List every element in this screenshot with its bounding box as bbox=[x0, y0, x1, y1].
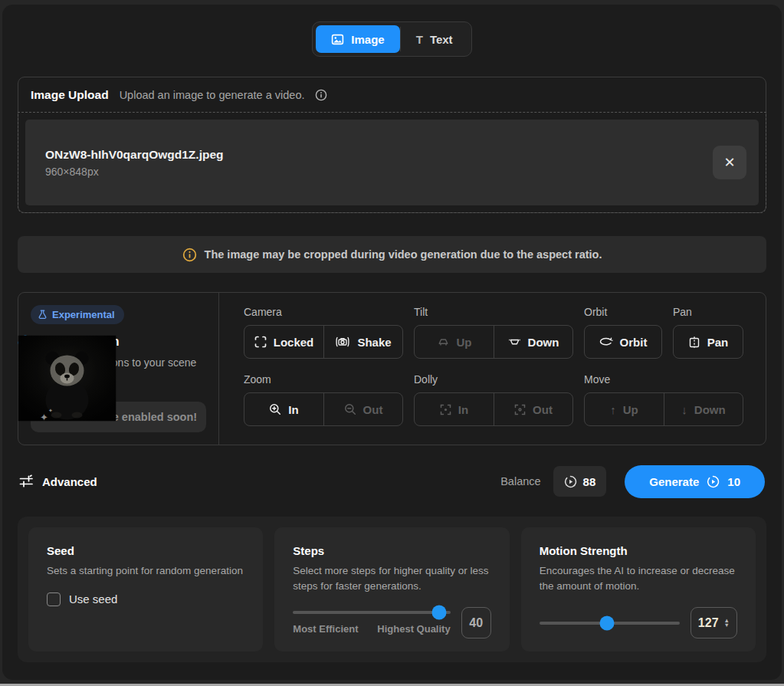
move-group-label: Move bbox=[584, 373, 743, 386]
steps-title: Steps bbox=[293, 544, 490, 557]
file-name: ONzW8-hIhV0qarqOwgd1Z.jpeg bbox=[45, 148, 713, 162]
zoom-group-label: Zoom bbox=[244, 373, 403, 386]
balance-value: 88 bbox=[583, 475, 596, 488]
generate-button[interactable]: Generate 10 bbox=[625, 465, 765, 498]
tune-sliders-icon bbox=[19, 474, 34, 488]
tilt-up-button[interactable]: Up bbox=[415, 326, 494, 358]
seed-title: Seed bbox=[47, 544, 244, 557]
warning-text: The image may be cropped during video ge… bbox=[205, 248, 602, 261]
dolly-in-icon bbox=[440, 404, 451, 415]
camera-shake-button[interactable]: Shake bbox=[323, 326, 402, 358]
frame-corners-icon bbox=[254, 336, 267, 348]
camera-locked-button[interactable]: Locked bbox=[244, 326, 323, 358]
tilt-group-label: Tilt bbox=[414, 306, 573, 318]
mode-tabbar: Image T Text bbox=[312, 21, 471, 57]
camera-group-label: Camera bbox=[244, 306, 403, 318]
orbit-group: Orbit Orbit bbox=[584, 306, 662, 359]
pan-group-label: Pan bbox=[673, 306, 743, 318]
crop-warning-banner: The image may be cropped during video ge… bbox=[18, 236, 766, 273]
experimental-badge-label: Experimental bbox=[52, 309, 115, 320]
credits-coin-icon bbox=[564, 475, 577, 488]
balance-label: Balance bbox=[500, 475, 540, 487]
zoom-out-icon bbox=[344, 403, 356, 415]
flask-icon bbox=[38, 310, 48, 320]
orbit-icon bbox=[599, 336, 613, 347]
advanced-label: Advanced bbox=[42, 475, 97, 488]
steps-slider-track[interactable] bbox=[293, 611, 450, 614]
arrow-up-icon: ↑ bbox=[610, 403, 616, 416]
camera-shake-icon bbox=[335, 336, 350, 348]
steps-panel: Steps Select more steps for higher quali… bbox=[274, 527, 509, 652]
tilt-down-icon bbox=[508, 336, 521, 348]
zoom-in-button[interactable]: In bbox=[244, 393, 323, 425]
advanced-panels: Seed Sets a starting point for random ge… bbox=[18, 517, 766, 662]
use-seed-toggle[interactable]: Use seed bbox=[47, 592, 244, 606]
dolly-group: Dolly In Out bbox=[414, 373, 573, 426]
info-icon[interactable] bbox=[315, 89, 327, 101]
motion-strength-title: Motion Strength bbox=[540, 544, 737, 557]
balance-badge: 88 bbox=[553, 466, 607, 497]
motion-stepper[interactable]: ▲ ▼ bbox=[724, 619, 730, 628]
steps-value: 40 bbox=[469, 616, 483, 630]
file-dimensions: 960×848px bbox=[45, 166, 713, 178]
remove-image-button[interactable]: ✕ bbox=[713, 146, 746, 179]
steps-description: Select more steps for higher quality or … bbox=[293, 563, 490, 593]
image-icon bbox=[331, 33, 344, 46]
stepper-down-icon[interactable]: ▼ bbox=[724, 623, 730, 628]
use-seed-label: Use seed bbox=[69, 592, 117, 606]
motion-strength-panel: Motion Strength Encourages the AI to inc… bbox=[521, 527, 756, 652]
zoom-group: Zoom In Out bbox=[244, 373, 403, 426]
move-up-button[interactable]: ↑ Up bbox=[585, 393, 664, 425]
upload-subtitle: Upload an image to generate a video. bbox=[120, 89, 305, 101]
zoom-in-icon bbox=[269, 403, 281, 415]
warning-info-icon bbox=[182, 248, 197, 262]
app-window: Image T Text Image Upload Upload an imag… bbox=[2, 5, 782, 680]
tilt-down-button[interactable]: Down bbox=[494, 326, 572, 358]
move-group: Move ↑ Up ↓ Down bbox=[584, 373, 743, 426]
motion-slider-track[interactable] bbox=[540, 622, 680, 625]
move-down-button[interactable]: ↓ Down bbox=[664, 393, 743, 425]
orbit-button[interactable]: Orbit bbox=[585, 326, 661, 358]
motion-value: 127 bbox=[698, 616, 719, 630]
arrow-down-icon: ↓ bbox=[681, 403, 687, 416]
sparkle-icon: ✦✦ bbox=[40, 412, 48, 423]
tab-text-label: Text bbox=[430, 33, 453, 46]
motion-value-box[interactable]: 127 ▲ ▼ bbox=[691, 607, 737, 638]
credits-coin-icon bbox=[707, 475, 720, 488]
pan-icon bbox=[688, 336, 700, 349]
use-seed-checkbox[interactable] bbox=[47, 592, 61, 606]
generate-cost: 10 bbox=[727, 475, 740, 488]
uploaded-file-card: ONzW8-hIhV0qarqOwgd1Z.jpeg 960×848px ✕ bbox=[25, 120, 759, 205]
image-upload-section: Image Upload Upload an image to generate… bbox=[18, 77, 766, 213]
steps-value-box[interactable]: 40 bbox=[461, 607, 491, 638]
orbit-group-label: Orbit bbox=[584, 306, 662, 318]
pan-group: Pan Pan bbox=[673, 306, 743, 359]
generate-label: Generate bbox=[649, 475, 699, 488]
seed-description: Sets a starting point for random generat… bbox=[47, 563, 244, 579]
steps-max-label: Highest Quality bbox=[377, 623, 450, 635]
tilt-up-icon bbox=[437, 336, 450, 348]
steps-slider-thumb[interactable] bbox=[432, 606, 447, 620]
upload-title: Image Upload bbox=[31, 88, 109, 102]
tab-image-label: Image bbox=[351, 33, 384, 46]
tilt-group: Tilt Up Down bbox=[414, 306, 573, 359]
dolly-group-label: Dolly bbox=[414, 373, 573, 386]
motion-slider-thumb[interactable] bbox=[599, 615, 614, 630]
upload-dropzone[interactable]: ONzW8-hIhV0qarqOwgd1Z.jpeg 960×848px ✕ bbox=[18, 112, 766, 213]
camera-group: Camera Locked Shake bbox=[244, 306, 403, 359]
dolly-out-button[interactable]: Out bbox=[494, 393, 572, 425]
dolly-in-button[interactable]: In bbox=[415, 393, 494, 425]
steps-min-label: Most Efficient bbox=[293, 623, 358, 635]
camera-motion-section: Experimental Camera Motion Add camera mo… bbox=[18, 292, 766, 445]
tab-text[interactable]: T Text bbox=[401, 25, 468, 53]
advanced-toggle[interactable]: Advanced bbox=[19, 474, 97, 488]
seed-panel: Seed Sets a starting point for random ge… bbox=[28, 527, 263, 652]
experimental-badge: Experimental bbox=[31, 305, 124, 324]
close-icon: ✕ bbox=[723, 156, 735, 169]
pan-button[interactable]: Pan bbox=[674, 326, 743, 358]
zoom-out-button[interactable]: Out bbox=[323, 393, 402, 425]
tab-image[interactable]: Image bbox=[316, 25, 399, 53]
motion-strength-description: Encourages the AI to increase or decreas… bbox=[540, 563, 737, 593]
dolly-out-icon bbox=[514, 404, 526, 415]
text-icon: T bbox=[416, 33, 423, 46]
